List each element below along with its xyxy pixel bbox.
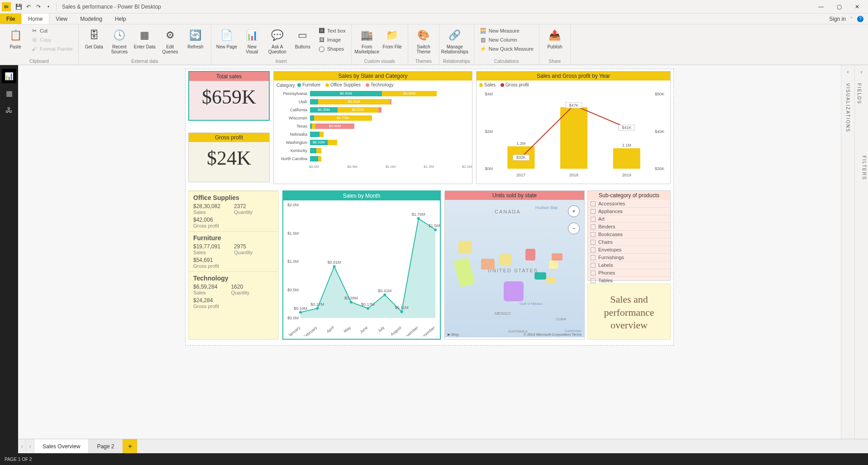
menu-file[interactable]: File (0, 14, 21, 24)
ribbon-group-insert: 📄New Page 📊New Visual 💬Ask A Question ▭B… (211, 24, 352, 65)
sign-in-link[interactable]: Sign in (829, 16, 846, 22)
from-file-button[interactable]: 📁From File (381, 26, 404, 51)
manage-relationships-button[interactable]: 🔗Manage Relationships (443, 26, 467, 56)
ribbon-group-external: 🗄Get Data 🕓Recent Sources ▦Enter Data ⚙E… (79, 24, 211, 65)
qat-dropdown-icon[interactable]: ▾ (43, 2, 53, 12)
buttons-icon: ▭ (296, 28, 310, 43)
ribbon-group-calculations: 🧮New Measure ▥New Column ⚡New Quick Meas… (474, 24, 539, 65)
edit-queries-icon: ⚙ (163, 28, 177, 43)
shapes-icon: ◯ (318, 45, 325, 52)
new-visual-icon: 📊 (245, 28, 259, 43)
close-icon[interactable]: ✕ (848, 0, 866, 13)
menu-view[interactable]: View (49, 14, 74, 24)
get-data-icon: 🗄 (87, 28, 101, 43)
buttons-button[interactable]: ▭Buttons (291, 26, 315, 51)
textbox-icon: 🅰 (318, 27, 325, 34)
format-painter-button[interactable]: 🖌Format Painter (29, 44, 75, 53)
recent-sources-button[interactable]: 🕓Recent Sources (108, 26, 131, 56)
switch-theme-button[interactable]: 🎨Switch Theme (412, 26, 435, 56)
expand-ribbon-icon[interactable]: ˄ (850, 16, 853, 21)
marketplace-icon: 🏬 (360, 28, 374, 43)
enter-data-icon: ▦ (138, 28, 152, 43)
menu-home[interactable]: Home (21, 14, 49, 24)
maximize-icon[interactable]: ▢ (830, 0, 848, 13)
title-bar: BI 💾 ↶ ↷ ▾ Sales & performance - Power B… (0, 0, 868, 14)
ask-question-button[interactable]: 💬Ask A Question (266, 26, 289, 56)
quick-measure-icon: ⚡ (480, 45, 487, 52)
app-logo: BI (2, 2, 11, 11)
new-visual-button[interactable]: 📊New Visual (240, 26, 264, 56)
paste-icon: 📋 (8, 28, 23, 43)
textbox-button[interactable]: 🅰Text box (316, 26, 348, 35)
new-quick-measure-button[interactable]: ⚡New Quick Measure (478, 44, 535, 53)
cut-icon: ✂ (31, 27, 38, 34)
publish-icon: 📤 (548, 28, 562, 43)
minimize-icon[interactable]: — (812, 0, 830, 13)
redo-icon[interactable]: ↷ (33, 2, 43, 12)
recent-icon: 🕓 (112, 28, 127, 43)
cut-button[interactable]: ✂Cut (29, 26, 75, 35)
ribbon-group-themes: 🎨Switch Theme Themes (408, 24, 439, 65)
new-measure-button[interactable]: 🧮New Measure (478, 26, 535, 35)
ribbon-group-share: 📤Publish Share (539, 24, 571, 65)
window-title: Sales & performance - Power BI Desktop (62, 4, 161, 10)
ribbon-group-clipboard: 📋Paste ✂Cut ⧉Copy 🖌Format Painter Clipbo… (0, 24, 79, 65)
refresh-icon: 🔄 (188, 28, 203, 43)
shapes-button[interactable]: ◯Shapes (316, 44, 348, 53)
from-file-icon: 📁 (385, 28, 400, 43)
new-column-button[interactable]: ▥New Column (478, 35, 535, 44)
ribbon-group-custom: 🏬From Marketplace 📁From File Custom visu… (352, 24, 408, 65)
refresh-button[interactable]: 🔄Refresh (184, 26, 207, 51)
new-page-icon: 📄 (219, 28, 234, 43)
relationships-icon: 🔗 (448, 28, 462, 43)
edit-queries-button[interactable]: ⚙Edit Queries (158, 26, 182, 56)
copy-button[interactable]: ⧉Copy (29, 35, 75, 44)
format-painter-icon: 🖌 (31, 45, 38, 52)
get-data-button[interactable]: 🗄Get Data (82, 26, 106, 51)
ribbon-group-relationships: 🔗Manage Relationships Relationships (439, 24, 474, 65)
save-icon[interactable]: 💾 (14, 2, 24, 12)
paste-button[interactable]: 📋Paste (4, 26, 27, 51)
help-icon[interactable]: ? (857, 16, 863, 22)
ask-icon: 💬 (270, 28, 285, 43)
enter-data-button[interactable]: ▦Enter Data (133, 26, 157, 51)
image-button[interactable]: 🖼Image (316, 35, 348, 44)
menu-bar: File Home View Modeling Help Sign in ˄ ? (0, 14, 868, 24)
image-icon: 🖼 (318, 36, 325, 43)
undo-icon[interactable]: ↶ (24, 2, 33, 12)
copy-icon: ⧉ (31, 36, 38, 43)
publish-button[interactable]: 📤Publish (543, 26, 567, 51)
menu-modeling[interactable]: Modeling (74, 14, 109, 24)
new-page-button[interactable]: 📄New Page (215, 26, 238, 51)
measure-icon: 🧮 (480, 27, 487, 34)
menu-help[interactable]: Help (109, 14, 133, 24)
from-marketplace-button[interactable]: 🏬From Marketplace (355, 26, 379, 56)
theme-icon: 🎨 (416, 28, 431, 43)
column-icon: ▥ (480, 36, 487, 43)
ribbon: 📋Paste ✂Cut ⧉Copy 🖌Format Painter Clipbo… (0, 24, 868, 65)
